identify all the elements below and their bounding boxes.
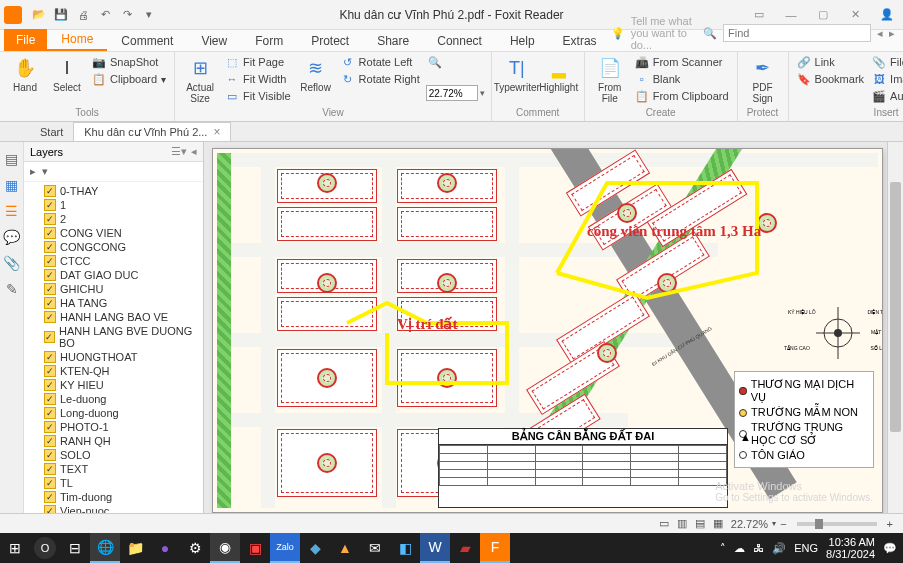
viewer-vertical-scrollbar[interactable] <box>887 142 903 513</box>
explorer-icon[interactable]: 📁 <box>120 533 150 563</box>
layer-item[interactable]: ✓0-THAY <box>24 184 203 198</box>
layer-visible-icon[interactable]: ✓ <box>44 365 56 377</box>
start-button[interactable]: ⊞ <box>0 533 30 563</box>
layers-tree-icon[interactable]: ▸ <box>30 165 36 178</box>
layers-list[interactable]: ✓0-THAY✓1✓2✓CONG VIEN✓CONGCONG✓CTCC✓DAT … <box>24 182 203 537</box>
print-icon[interactable]: 🖨 <box>74 6 92 24</box>
file-tab[interactable]: File <box>4 29 47 51</box>
zalo-icon[interactable]: Zalo <box>270 533 300 563</box>
pages-panel-icon[interactable]: ▦ <box>3 176 21 194</box>
app-icon-2[interactable]: ◆ <box>300 533 330 563</box>
layer-visible-icon[interactable]: ✓ <box>44 269 56 281</box>
tab-form[interactable]: Form <box>241 31 297 51</box>
view-mode1-icon[interactable]: ▭ <box>655 517 673 530</box>
comments-panel-icon[interactable]: 💬 <box>3 228 21 246</box>
typewriter-button[interactable]: T| Typewriter <box>498 54 536 95</box>
layer-visible-icon[interactable]: ✓ <box>44 379 56 391</box>
qat-dropdown-icon[interactable]: ▾ <box>140 6 158 24</box>
snapshot-button[interactable]: 📷SnapShot <box>90 54 168 70</box>
fit-visible-button[interactable]: ▭Fit Visible <box>223 88 292 104</box>
foxit-icon[interactable]: F <box>480 533 510 563</box>
status-zoom[interactable]: 22.72% <box>727 518 772 530</box>
layer-item[interactable]: ✓Tim-duong <box>24 490 203 504</box>
tray-network-icon[interactable]: 🖧 <box>753 542 764 554</box>
layer-visible-icon[interactable]: ✓ <box>44 393 56 405</box>
layer-item[interactable]: ✓CONG VIEN <box>24 226 203 240</box>
actual-size-button[interactable]: ⊞ Actual Size <box>181 54 219 106</box>
layer-visible-icon[interactable]: ✓ <box>44 331 55 343</box>
zoom-dropdown-icon[interactable]: ▾ <box>480 88 485 98</box>
layer-item[interactable]: ✓HANH LANG BVE DUONG BO <box>24 324 203 350</box>
layer-visible-icon[interactable]: ✓ <box>44 491 56 503</box>
layer-visible-icon[interactable]: ✓ <box>44 407 56 419</box>
layers-panel-icon[interactable]: ☰ <box>3 202 21 220</box>
clipboard-button[interactable]: 📋Clipboard ▾ <box>90 71 168 87</box>
doc-tab-start[interactable]: Start <box>30 124 73 140</box>
fit-width-button[interactable]: ↔Fit Width <box>223 71 292 87</box>
pdf-sign-button[interactable]: ✒ PDF Sign <box>744 54 782 106</box>
link-button[interactable]: 🔗Link <box>795 54 867 70</box>
tray-notifications-icon[interactable]: 💬 <box>883 542 897 555</box>
tab-extras[interactable]: Extras <box>549 31 611 51</box>
layer-visible-icon[interactable]: ✓ <box>44 477 56 489</box>
viber-icon[interactable]: ● <box>150 533 180 563</box>
layer-item[interactable]: ✓GHICHU <box>24 282 203 296</box>
layer-item[interactable]: ✓SOLO <box>24 448 203 462</box>
from-clipboard-button[interactable]: 📋From Clipboard <box>633 88 731 104</box>
chrome-icon[interactable]: ◉ <box>210 533 240 563</box>
image-annotation-button[interactable]: 🖼Image Annotation <box>870 71 903 87</box>
doc-tab-close-icon[interactable]: × <box>213 125 220 139</box>
layer-visible-icon[interactable]: ✓ <box>44 227 56 239</box>
layer-visible-icon[interactable]: ✓ <box>44 351 56 363</box>
view-mode3-icon[interactable]: ▤ <box>691 517 709 530</box>
tray-clock[interactable]: 10:36 AM 8/31/2024 <box>826 536 875 560</box>
layer-visible-icon[interactable]: ✓ <box>44 283 56 295</box>
word-icon[interactable]: W <box>420 533 450 563</box>
search-next-icon[interactable]: ▸ <box>889 27 895 40</box>
doc-tab-current[interactable]: Khu dân cư Vĩnh Phú 2... × <box>73 122 231 141</box>
from-scanner-button[interactable]: 📠From Scanner <box>633 54 731 70</box>
layer-item[interactable]: ✓KY HIEU <box>24 378 203 392</box>
tray-lang[interactable]: ENG <box>794 542 818 554</box>
app-icon-3[interactable]: ▲ <box>330 533 360 563</box>
layer-item[interactable]: ✓CTCC <box>24 254 203 268</box>
app-icon-1[interactable]: ▣ <box>240 533 270 563</box>
save-icon[interactable]: 💾 <box>52 6 70 24</box>
layer-visible-icon[interactable]: ✓ <box>44 435 56 447</box>
reflow-button[interactable]: ≋ Reflow <box>297 54 335 95</box>
zoom-minus-icon[interactable]: − <box>776 518 790 530</box>
from-file-button[interactable]: 📄 From File <box>591 54 629 106</box>
app-icon-6[interactable]: ▰ <box>450 533 480 563</box>
rotate-left-button[interactable]: ↺Rotate Left <box>339 54 422 70</box>
open-icon[interactable]: 📂 <box>30 6 48 24</box>
pdf-viewer[interactable]: Vị trí đất công viên trung tâm 1,3 Ha ĐI… <box>204 142 903 537</box>
tab-view[interactable]: View <box>187 31 241 51</box>
layer-item[interactable]: ✓RANH QH <box>24 434 203 448</box>
bookmark-button[interactable]: 🔖Bookmark <box>795 71 867 87</box>
layer-item[interactable]: ✓HUONGTHOAT <box>24 350 203 364</box>
view-mode4-icon[interactable]: ▦ <box>709 517 727 530</box>
file-attachment-button[interactable]: 📎File Attachment <box>870 54 903 70</box>
taskview-button[interactable]: ⊟ <box>60 533 90 563</box>
layer-visible-icon[interactable]: ✓ <box>44 255 56 267</box>
zoom-input[interactable] <box>426 85 478 101</box>
layer-item[interactable]: ✓HA TANG <box>24 296 203 310</box>
tab-connect[interactable]: Connect <box>423 31 496 51</box>
layer-item[interactable]: ✓1 <box>24 198 203 212</box>
tellme-placeholder[interactable]: Tell me what you want to do... <box>631 15 697 51</box>
layer-item[interactable]: ✓Le-duong <box>24 392 203 406</box>
rotate-right-button[interactable]: ↻Rotate Right <box>339 71 422 87</box>
layer-visible-icon[interactable]: ✓ <box>44 463 56 475</box>
settings-icon[interactable]: ⚙ <box>180 533 210 563</box>
layer-item[interactable]: ✓TEXT <box>24 462 203 476</box>
tab-home[interactable]: Home <box>47 29 107 51</box>
layers-collapse-icon[interactable]: ◂ <box>191 145 197 158</box>
layer-item[interactable]: ✓CONGCONG <box>24 240 203 254</box>
tab-help[interactable]: Help <box>496 31 549 51</box>
layer-visible-icon[interactable]: ✓ <box>44 213 56 225</box>
layer-visible-icon[interactable]: ✓ <box>44 297 56 309</box>
highlight-button[interactable]: ▂ Highlight <box>540 54 578 95</box>
layer-item[interactable]: ✓2 <box>24 212 203 226</box>
zoom-plus-icon[interactable]: + <box>883 518 897 530</box>
layer-item[interactable]: ✓PHOTO-1 <box>24 420 203 434</box>
